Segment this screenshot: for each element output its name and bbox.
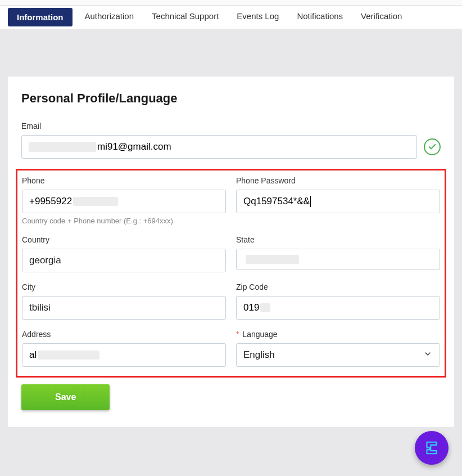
save-button[interactable]: Save bbox=[21, 384, 110, 410]
email-label: Email bbox=[21, 122, 441, 131]
redacted-mask bbox=[246, 255, 299, 264]
redacted-mask bbox=[38, 351, 99, 360]
tab-information[interactable]: Information bbox=[8, 8, 73, 26]
address-value: al bbox=[29, 349, 37, 361]
address-label: Address bbox=[22, 330, 226, 339]
state-field[interactable] bbox=[236, 249, 440, 270]
phone-password-label: Phone Password bbox=[236, 176, 440, 185]
zip-field[interactable]: 019 bbox=[236, 296, 440, 320]
city-label: City bbox=[22, 282, 226, 291]
verified-check-icon bbox=[424, 138, 441, 155]
tab-bar: Information Authorization Technical Supp… bbox=[0, 6, 462, 29]
phone-field[interactable]: +9955922 bbox=[22, 190, 226, 213]
address-field[interactable]: al bbox=[22, 343, 226, 367]
tab-verification[interactable]: Verification bbox=[352, 6, 411, 29]
profile-card: Personal Profile/Language Email mi91@gma… bbox=[8, 77, 454, 427]
tab-events-log[interactable]: Events Log bbox=[228, 6, 288, 29]
tab-notifications[interactable]: Notifications bbox=[288, 6, 352, 29]
highlighted-section: Phone +9955922 Country code + Phone numb… bbox=[16, 169, 446, 378]
country-label: Country bbox=[22, 235, 226, 244]
email-field[interactable]: mi91@gmail.com bbox=[21, 135, 417, 159]
country-field[interactable] bbox=[22, 249, 226, 272]
tab-technical-support[interactable]: Technical Support bbox=[143, 6, 228, 29]
city-field[interactable] bbox=[22, 296, 226, 320]
phone-password-value: Qq1597534*&& bbox=[243, 196, 310, 207]
zip-label: Zip Code bbox=[236, 282, 440, 291]
state-label: State bbox=[236, 235, 440, 244]
language-select[interactable]: English bbox=[236, 343, 440, 367]
phone-label: Phone bbox=[22, 176, 226, 185]
zip-value: 019 bbox=[243, 302, 259, 313]
top-strip bbox=[0, 0, 462, 6]
phone-hint: Country code + Phone number (E.g.: +694x… bbox=[22, 217, 226, 225]
email-value: mi91@gmail.com bbox=[97, 141, 171, 152]
phone-value: +9955922 bbox=[29, 196, 72, 207]
redacted-mask bbox=[29, 142, 96, 152]
page-title: Personal Profile/Language bbox=[21, 91, 441, 106]
text-cursor bbox=[310, 196, 311, 207]
redacted-mask bbox=[73, 197, 118, 206]
phone-password-field[interactable]: Qq1597534*&& bbox=[236, 190, 440, 213]
language-value: English bbox=[243, 349, 275, 361]
tab-authorization[interactable]: Authorization bbox=[76, 6, 143, 29]
language-label: * Language bbox=[236, 330, 440, 339]
redacted-mask bbox=[260, 303, 270, 312]
required-marker: * bbox=[236, 330, 239, 339]
